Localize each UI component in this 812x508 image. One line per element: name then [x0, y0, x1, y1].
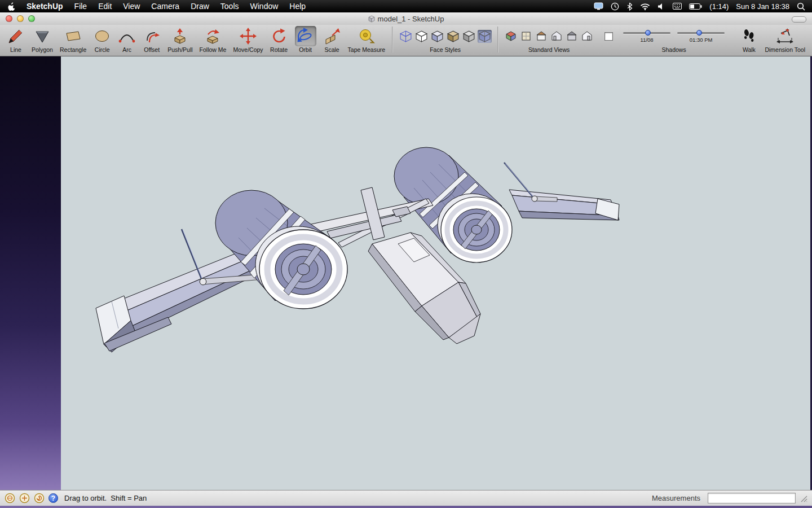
tool-rotate[interactable]: Rotate [267, 25, 292, 54]
tool-follow-me[interactable]: Follow Me [196, 25, 230, 54]
tool-offset[interactable]: Offset [139, 25, 164, 54]
resize-grip[interactable] [800, 494, 807, 502]
face-style-shaded[interactable] [430, 30, 444, 43]
display-icon[interactable] [594, 2, 603, 10]
shadows-toggle-checkbox[interactable] [604, 32, 613, 41]
shadow-time-slider-thumb[interactable] [696, 30, 702, 36]
menu-item-file[interactable]: File [69, 0, 93, 12]
iso-view-icon [505, 30, 517, 42]
close-button[interactable] [6, 15, 12, 22]
keyboard-grid-icon[interactable] [673, 3, 682, 10]
face-style-wireframe[interactable] [399, 30, 413, 43]
shadow-time-value: 01:30 PM [690, 37, 713, 43]
menu-item-edit[interactable]: Edit [92, 0, 117, 12]
tool-walk[interactable]: Walk [736, 25, 761, 54]
window-title-bar[interactable]: model_1 - SketchUp [0, 12, 812, 25]
status-spiral-icon[interactable] [34, 493, 45, 503]
tool-orbit[interactable]: Orbit [292, 25, 320, 54]
menu-item-sketchup[interactable]: SketchUp [21, 0, 69, 12]
menu-bar-clock-text[interactable]: Sun 8 Jan 18:38 [736, 2, 789, 11]
orbit-selected-highlight [295, 26, 316, 46]
spacecraft-model[interactable] [61, 56, 810, 490]
bluetooth-icon[interactable] [626, 2, 633, 11]
shadow-date-value: 11/08 [641, 37, 654, 43]
menu-item-help[interactable]: Help [284, 0, 311, 12]
measurements-label: Measurements [652, 494, 704, 502]
circle-icon [94, 28, 111, 45]
zoom-button[interactable] [28, 15, 35, 22]
battery-time-text: (1:14) [709, 2, 729, 11]
tape-measure-icon [358, 28, 375, 45]
tool-push-pull[interactable]: Push/Pull [164, 25, 196, 54]
face-style-xray[interactable] [478, 30, 492, 43]
menu-item-camera[interactable]: Camera [145, 0, 185, 12]
rectangle-icon [65, 28, 82, 45]
tool-circle[interactable]: Circle [90, 25, 114, 54]
tool-move-copy[interactable]: Move/Copy [230, 25, 266, 54]
battery-icon[interactable] [689, 3, 702, 10]
front-view-icon [535, 30, 548, 42]
tool-line[interactable]: Line [3, 25, 28, 54]
left-view-icon [581, 30, 593, 42]
tool-dimension[interactable]: Dimension Tool [761, 25, 809, 54]
tool-tape-measure[interactable]: Tape Measure [345, 25, 389, 54]
shadows-toggle [596, 25, 621, 46]
view-front[interactable] [535, 30, 548, 42]
face-style-shaded-textures[interactable] [446, 30, 460, 43]
volume-icon[interactable] [657, 3, 665, 10]
wifi-icon[interactable] [640, 3, 650, 10]
hidden-line-cube-icon [415, 30, 428, 42]
face-style-hidden-line[interactable] [414, 30, 429, 43]
pencil-icon [7, 28, 24, 45]
toolbar-toggle-pill[interactable] [792, 16, 806, 23]
dimension-tool-icon [774, 28, 796, 45]
status-crosshair-icon[interactable] [19, 493, 30, 503]
tool-polygon[interactable]: Polygon [28, 25, 56, 54]
modeling-canvas[interactable] [61, 56, 810, 490]
toolbar: Line Polygon Rectangle Circle Arc Offset… [0, 25, 812, 56]
spotlight-search-icon[interactable] [797, 2, 805, 11]
tool-rectangle[interactable]: Rectangle [56, 25, 90, 54]
left-engine[interactable] [215, 190, 347, 309]
menu-item-draw[interactable]: Draw [185, 0, 215, 12]
view-top[interactable] [519, 30, 533, 42]
desktop-screen: SketchUp File Edit View Camera Draw Tool… [0, 0, 812, 508]
toolbar-separator [497, 27, 498, 52]
standard-views-group: Standard Views [502, 25, 596, 54]
menu-bar-status-area: (1:14) Sun 8 Jan 18:38 [594, 2, 812, 11]
view-left[interactable] [580, 30, 594, 42]
shadow-time-slider[interactable] [677, 29, 725, 37]
window-title-wrap: model_1 - SketchUp [0, 12, 812, 25]
shadow-date-slider-thumb[interactable] [645, 30, 651, 36]
push-pull-icon [171, 28, 188, 45]
tool-arc[interactable]: Arc [114, 25, 139, 54]
textured-cube-icon [447, 30, 460, 42]
back-view-icon [566, 30, 578, 42]
menu-bar: SketchUp File Edit View Camera Draw Tool… [0, 0, 812, 12]
menu-item-tools[interactable]: Tools [215, 0, 245, 12]
right-wing[interactable] [504, 163, 619, 220]
menu-item-window[interactable]: Window [245, 0, 284, 12]
face-style-monochrome[interactable] [462, 30, 476, 43]
view-back[interactable] [565, 30, 579, 42]
apple-menu[interactable] [0, 2, 21, 11]
shadows-group: 11/08 01:30 PM Shadows [621, 25, 727, 54]
window-title: model_1 - SketchUp [378, 15, 444, 23]
window-controls [0, 15, 35, 22]
clock-icon[interactable] [611, 2, 619, 11]
view-right[interactable] [550, 30, 563, 42]
menu-item-view[interactable]: View [117, 0, 145, 12]
tool-scale[interactable]: Scale [320, 25, 345, 54]
help-icon[interactable]: ? [48, 493, 58, 503]
status-globe-icon[interactable] [5, 493, 15, 503]
rotate-icon [271, 28, 288, 45]
xray-cube-icon [478, 30, 491, 42]
measurements-input[interactable] [708, 493, 796, 503]
desktop-wallpaper-left [0, 56, 61, 490]
move-copy-icon [240, 28, 257, 45]
monochrome-cube-icon [462, 30, 475, 42]
minimize-button[interactable] [17, 15, 24, 22]
face-styles-group: Face Styles [396, 25, 494, 54]
shadow-date-slider[interactable] [623, 29, 670, 37]
view-iso[interactable] [504, 30, 518, 42]
